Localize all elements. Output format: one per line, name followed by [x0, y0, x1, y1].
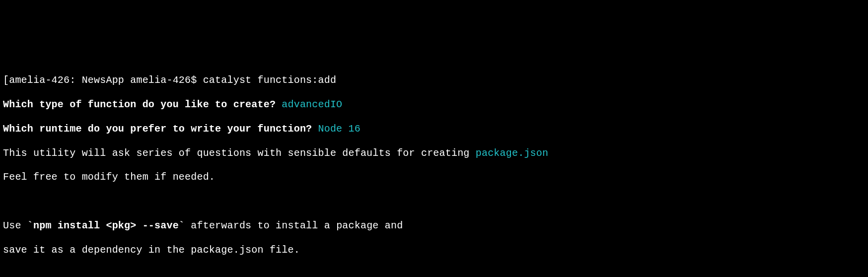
utility-line: This utility will ask series of question… — [3, 147, 865, 159]
use-line: Use `npm install <pkg> --save` afterward… — [3, 220, 865, 232]
question-type-line: Which type of function do you like to cr… — [3, 99, 865, 111]
utility-prefix: This utility will ask series of question… — [3, 147, 476, 159]
blank-line-2 — [3, 269, 865, 277]
bracket-open: [ — [3, 74, 9, 86]
use-prefix: Use — [3, 220, 27, 231]
modify-line: Feel free to modify them if needed. — [3, 171, 865, 183]
use-suffix: afterwards to install a package and — [185, 220, 403, 231]
save-line: save it as a dependency in the package.j… — [3, 244, 865, 256]
question-type-label: Which type of function do you like to cr… — [3, 99, 282, 110]
blank-line-1 — [3, 196, 865, 208]
question-runtime-label: Which runtime do you prefer to write you… — [3, 123, 318, 135]
terminal-output: [amelia-426: NewsApp amelia-426$ catalys… — [0, 61, 868, 277]
question-runtime-answer: Node 16 — [318, 123, 361, 135]
prompt-command: catalyst functions:add — [203, 74, 336, 86]
prompt-host-path: amelia-426: NewsApp amelia-426$ — [9, 74, 203, 86]
question-runtime-line: Which runtime do you prefer to write you… — [3, 123, 865, 135]
utility-filename: package.json — [476, 147, 548, 159]
question-type-answer: advancedIO — [282, 99, 342, 110]
use-code: `npm install <pkg> --save` — [27, 220, 185, 231]
prompt-line: [amelia-426: NewsApp amelia-426$ catalys… — [3, 74, 865, 86]
